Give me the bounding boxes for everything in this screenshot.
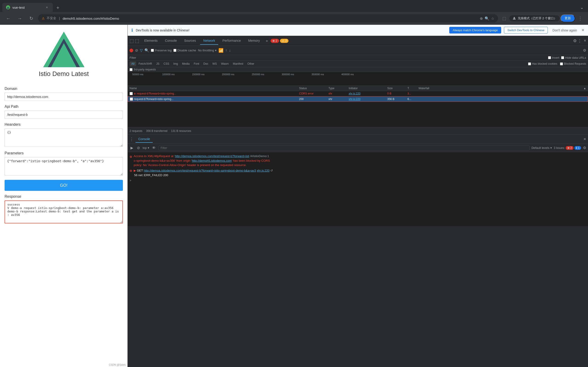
third-party-checkbox[interactable]: 3rd-party requests (130, 68, 156, 71)
row-checkbox-1[interactable] (130, 92, 133, 95)
params-textarea[interactable]: {"forward":"istio-springboot-demo-b", "a… (5, 157, 123, 175)
api-path-input[interactable] (5, 110, 123, 119)
incognito-badge: 无痕模式（已打开 2 个窗口） (510, 15, 560, 21)
context-dropdown-icon: ▾ (148, 146, 149, 150)
console-settings-icon[interactable]: ⚙ (583, 146, 586, 150)
domain-input[interactable] (5, 93, 123, 101)
console-options-icon[interactable]: ⋮ (130, 137, 134, 142)
console-error-text-1: Access to XMLHttpRequest at 'http://demo… (134, 154, 270, 167)
type-xhr-1: xhr (329, 92, 347, 95)
type-filter-img[interactable]: Img (172, 61, 180, 66)
console-levels-selector[interactable]: Default levels ▾ (531, 146, 552, 150)
devtools-notification: ℹ DevTools is now available in Chinese! … (128, 25, 588, 36)
go-button[interactable]: GO! (5, 180, 123, 191)
response-textarea[interactable]: success V demo-a request istio-springboo… (5, 200, 123, 223)
cast-icon[interactable]: ⬚ (500, 14, 509, 23)
main-area: Istio Demo Latest Domain Api Path Heande… (0, 25, 588, 367)
hide-data-urls-checkbox[interactable]: Hide data URLs (561, 56, 586, 59)
row-checkbox-2[interactable] (130, 98, 133, 101)
context-label: top (143, 146, 147, 150)
console-filter-input[interactable] (158, 145, 530, 150)
export-button[interactable]: ↓ (229, 48, 231, 52)
network-settings-icon[interactable]: ⚙ (583, 48, 586, 52)
reload-button[interactable]: ↻ (27, 14, 36, 23)
match-language-button[interactable]: Always match Chrome's language (449, 27, 501, 33)
browser-menu-button[interactable]: ⋮ (576, 14, 584, 23)
back-button[interactable]: ← (4, 14, 13, 23)
devtools-settings-icon[interactable]: ⚙ (573, 38, 577, 43)
col-status: Status (299, 87, 327, 90)
type-filter-font[interactable]: Font (192, 61, 201, 66)
devtools-panel: ℹ DevTools is now available in Chinese! … (128, 25, 588, 367)
type-filter-all[interactable]: All (130, 61, 136, 66)
get-url[interactable]: http://demoa.istiodemos.com/test/request… (144, 169, 256, 172)
tab-elements[interactable]: Elements (141, 37, 161, 45)
tab-network[interactable]: Network (200, 37, 218, 45)
headers-label: Heanders (5, 123, 123, 127)
record-button[interactable] (130, 49, 133, 52)
device-toolbar-icon[interactable]: ⬚ (135, 38, 139, 44)
tab-close-btn[interactable]: × (44, 5, 49, 10)
disable-cache-checkbox[interactable]: Disable cache (173, 49, 196, 52)
search-button[interactable]: 🔍 (145, 48, 149, 52)
console-context-selector[interactable]: top ▾ (143, 146, 149, 150)
tab-sources[interactable]: Sources (181, 37, 199, 45)
import-button[interactable]: ↑ (225, 48, 227, 52)
reload-icon[interactable]: ↺ (270, 169, 273, 172)
table-row[interactable]: ⊗ request-b?forward=istio-spring... CORS… (128, 91, 588, 96)
tab-console[interactable]: Console (162, 37, 180, 45)
forward-button[interactable]: → (15, 14, 24, 23)
active-tab[interactable]: vue-test × (2, 3, 53, 12)
filter-active-icon[interactable]: ▽ (140, 48, 143, 52)
type-filter-other[interactable]: Other (246, 61, 256, 66)
blocked-requests-checkbox[interactable]: Blocked Requests (560, 62, 586, 65)
error-link-2[interactable]: http://demoh5.istiodemos.com (192, 159, 232, 162)
timeline-label-350k: 350000 ms (311, 73, 324, 76)
xhr-file-link[interactable]: xhr.js:220 (257, 169, 270, 172)
console-play-icon[interactable]: ▶ (130, 145, 134, 151)
invert-checkbox[interactable]: Invert (548, 56, 560, 59)
tab-memory[interactable]: Memory (245, 37, 263, 45)
more-tabs-button[interactable]: » (264, 38, 270, 44)
network-toolbar: ⊘ ▽ 🔍 Preserve log Disable cache No thro… (128, 46, 588, 55)
type-filter-doc[interactable]: Doc (201, 61, 210, 66)
new-tab-button[interactable]: + (54, 4, 62, 12)
throttle-selector[interactable]: No throttling ▾ (198, 49, 216, 52)
table-row[interactable]: request-b?forward=istio-spring... 200 xh… (128, 96, 588, 102)
console-tab[interactable]: Console (136, 136, 153, 143)
type-filter-css[interactable]: CSS (162, 61, 171, 66)
inspect-element-icon[interactable]: ⬚ (130, 38, 134, 44)
tab-overflow-btn[interactable]: ⌄ (578, 3, 586, 12)
tab-performance[interactable]: Performance (219, 37, 244, 45)
has-blocked-cookies-checkbox[interactable]: Has blocked cookies (528, 62, 557, 65)
search-icon[interactable]: 🔍 (485, 16, 489, 21)
type-filter-fetch[interactable]: Fetch/XHR (137, 61, 154, 66)
type-filter-media[interactable]: Media (180, 61, 191, 66)
error-link-1[interactable]: http://demoa.istiodemos.com/test/request… (175, 154, 249, 158)
clear-button[interactable]: ⊘ (135, 48, 138, 52)
type-filter-wasm[interactable]: Wasm (219, 61, 231, 66)
dismiss-notification-link[interactable]: Don't show again (552, 28, 577, 32)
type-filter-manifest[interactable]: Manifest (231, 61, 245, 66)
console-block-icon[interactable]: ⊘ (136, 145, 141, 151)
console-close-button[interactable]: × (583, 136, 586, 142)
devtools-close-button[interactable]: × (584, 38, 586, 43)
console-eye-icon[interactable]: 👁 (151, 145, 157, 151)
preserve-log-checkbox[interactable]: Preserve log (151, 49, 172, 52)
status-200: 200 (299, 98, 327, 101)
filter-input[interactable] (138, 56, 546, 59)
timeline-label-100k: 100000 ms (162, 73, 174, 76)
address-bar[interactable]: ⚠ 不安全 | demoh5.istiodemos.com/#/istioDem… (38, 14, 498, 23)
type-filter-ws[interactable]: WS (211, 61, 219, 66)
update-button[interactable]: 更新 (561, 15, 575, 22)
type-filter-js[interactable]: JS (154, 61, 161, 66)
headers-textarea[interactable]: {} (5, 128, 123, 147)
switch-language-button[interactable]: Switch DevTools to Chinese (504, 27, 548, 33)
bookmark-icon[interactable]: ☆ (491, 16, 494, 21)
tab-bar: vue-test × + ⌄ (0, 0, 588, 12)
translate-icon[interactable]: ⊕ (480, 16, 483, 21)
request-url-2: request-b?forward=istio-spring... (134, 98, 173, 101)
notification-close-button[interactable]: × (582, 27, 584, 33)
console-indent-space: 56 net::ERR_FAILED 200 (134, 173, 168, 177)
devtools-more-icon[interactable]: ⋮ (578, 38, 582, 43)
